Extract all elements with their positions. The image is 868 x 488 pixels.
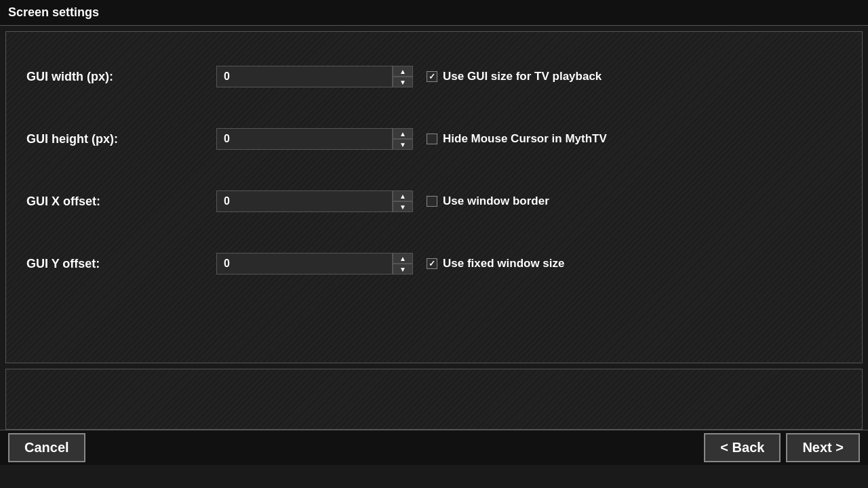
hide-mouse-cell: Hide Mouse Cursor in MythTV: [427, 112, 842, 166]
gui-width-input-cell: ▲ ▼: [216, 45, 427, 108]
gui-y-offset-spin-up[interactable]: ▲: [393, 253, 413, 264]
gui-width-spin-up[interactable]: ▲: [393, 66, 413, 77]
gui-x-offset-spinner-buttons: ▲ ▼: [393, 190, 413, 212]
use-gui-size-cell: ✓ Use GUI size for TV playback: [427, 49, 842, 104]
back-button[interactable]: < Back: [704, 433, 781, 462]
gui-height-label: GUI height (px):: [26, 112, 216, 167]
use-fixed-window-label[interactable]: ✓ Use fixed window size: [427, 257, 565, 270]
use-fixed-window-cell: ✓ Use fixed window size: [427, 237, 842, 291]
gui-x-offset-spinbox: ▲ ▼: [216, 190, 413, 212]
gui-y-offset-field[interactable]: [216, 253, 393, 274]
gui-height-field[interactable]: [216, 128, 393, 150]
settings-grid: GUI width (px): ▲ ▼ ✓ Use GUI size for T…: [26, 45, 842, 295]
title-bar: Screen settings: [0, 0, 868, 26]
use-gui-size-text: Use GUI size for TV playback: [443, 70, 601, 83]
back-next-group: < Back Next >: [704, 433, 860, 462]
gui-y-offset-label: GUI Y offset:: [26, 237, 216, 291]
page-title: Screen settings: [8, 5, 860, 20]
use-window-border-checkbox[interactable]: [427, 196, 437, 207]
gui-width-label: GUI width (px):: [26, 49, 216, 104]
use-fixed-window-text: Use fixed window size: [443, 257, 565, 270]
gui-height-spinner-buttons: ▲ ▼: [393, 128, 413, 150]
gui-x-offset-field[interactable]: [216, 190, 393, 212]
use-window-border-cell: Use window border: [427, 174, 842, 228]
use-gui-size-label[interactable]: ✓ Use GUI size for TV playback: [427, 70, 601, 83]
use-window-border-label[interactable]: Use window border: [427, 195, 549, 208]
cancel-button[interactable]: Cancel: [8, 433, 85, 462]
use-fixed-window-checkbox[interactable]: ✓: [427, 258, 437, 269]
gui-y-offset-spinner-buttons: ▲ ▼: [393, 253, 413, 274]
gui-width-spin-down[interactable]: ▼: [393, 77, 413, 87]
use-gui-size-checkbox[interactable]: ✓: [427, 71, 437, 82]
gui-width-field[interactable]: [216, 66, 393, 87]
gui-x-offset-spin-up[interactable]: ▲: [393, 190, 413, 201]
gui-x-offset-input-cell: ▲ ▼: [216, 170, 427, 232]
gui-height-spin-down[interactable]: ▼: [393, 139, 413, 150]
hide-mouse-label[interactable]: Hide Mouse Cursor in MythTV: [427, 132, 607, 146]
gui-y-offset-spinbox: ▲ ▼: [216, 253, 413, 274]
hide-mouse-text: Hide Mouse Cursor in MythTV: [443, 132, 607, 146]
gui-height-input-cell: ▲ ▼: [216, 108, 427, 170]
description-area: [5, 369, 863, 430]
next-button[interactable]: Next >: [786, 433, 860, 462]
use-window-border-text: Use window border: [443, 195, 549, 208]
gui-height-spin-up[interactable]: ▲: [393, 128, 413, 139]
gui-height-spinbox: ▲ ▼: [216, 128, 413, 150]
settings-panel: GUI width (px): ▲ ▼ ✓ Use GUI size for T…: [5, 31, 863, 363]
hide-mouse-checkbox[interactable]: [427, 134, 437, 144]
gui-width-spinner-buttons: ▲ ▼: [393, 66, 413, 87]
bottom-bar: Cancel < Back Next >: [0, 430, 868, 465]
gui-width-spinbox: ▲ ▼: [216, 66, 413, 87]
gui-y-offset-spin-down[interactable]: ▼: [393, 264, 413, 274]
gui-y-offset-input-cell: ▲ ▼: [216, 232, 427, 295]
gui-x-offset-label: GUI X offset:: [26, 174, 216, 229]
gui-x-offset-spin-down[interactable]: ▼: [393, 201, 413, 212]
